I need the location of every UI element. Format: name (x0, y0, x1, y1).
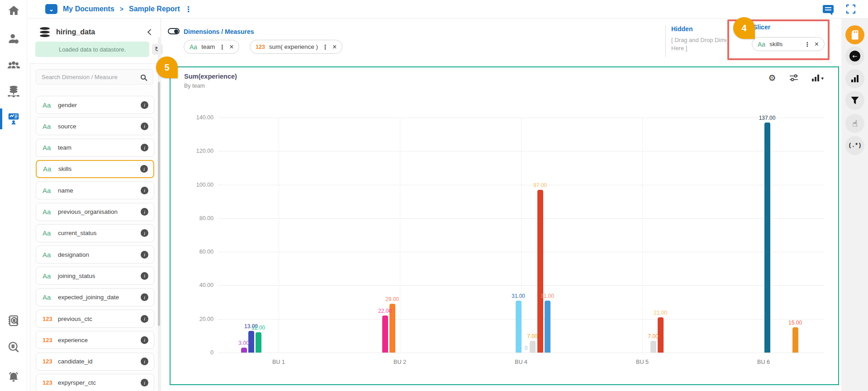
breadcrumb-menu-icon[interactable]: ⋮ (185, 5, 192, 14)
left-rail (0, 0, 27, 391)
pill-menu-icon[interactable]: ⋮ (804, 41, 811, 48)
pill-label: skills (769, 41, 783, 47)
field-item-name[interactable]: Aanamei (36, 181, 154, 199)
field-item-expected_joining_date[interactable]: Aaexpected_joining_datei (36, 288, 154, 306)
info-icon[interactable]: i (141, 122, 148, 130)
search-placeholder: Search Dimension / Measure (42, 74, 118, 80)
text-type-icon: Aa (43, 165, 56, 173)
slicer-pill-skills[interactable]: Aa skills ⋮ × (752, 37, 825, 51)
info-icon[interactable]: i (141, 336, 148, 344)
info-icon[interactable]: i (141, 358, 148, 365)
number-type-icon: 123 (43, 316, 55, 322)
pill-menu-icon[interactable]: ⋮ (322, 43, 328, 51)
pointer-icon[interactable]: ☝ (845, 114, 864, 133)
field-item-candidate_id[interactable]: 123candidate_idi (36, 353, 154, 371)
number-type-icon: 123 (43, 337, 55, 344)
breadcrumb-root[interactable]: My Documents (63, 5, 114, 13)
info-icon[interactable]: i (141, 208, 148, 216)
y-axis-tick: 40.00 (182, 282, 213, 288)
storage-card-icon[interactable] (845, 25, 864, 44)
text-type-icon: Aa (190, 43, 197, 51)
info-icon[interactable]: i (141, 187, 148, 194)
bar-BU4-7.00[interactable] (530, 341, 536, 353)
info-icon[interactable]: i (141, 379, 148, 386)
bar-BU2-22.00[interactable] (382, 316, 388, 353)
bar-BU5-7.00[interactable] (650, 341, 656, 353)
bar-BU4-31.00[interactable] (516, 301, 522, 353)
field-item-source[interactable]: Aasourcei (36, 117, 154, 135)
search-input[interactable]: Search Dimension / Measure (36, 69, 153, 85)
comment-icon[interactable] (823, 5, 834, 13)
pill-remove-icon[interactable]: × (229, 43, 233, 51)
panel-scrollbar-thumb[interactable] (158, 82, 160, 326)
field-item-previous_organisation[interactable]: Aaprevious_organisationi (36, 203, 154, 221)
active-nav-indicator (0, 108, 2, 129)
undo-icon[interactable]: ← (845, 47, 864, 66)
bar-value-label: 7.00 (527, 333, 537, 339)
field-item-experience[interactable]: 123experiencei (36, 331, 154, 349)
info-icon[interactable]: i (141, 229, 148, 237)
step-badge-4: 4 (733, 17, 755, 39)
data-catalog-icon[interactable] (0, 311, 27, 331)
report-icon[interactable] (0, 108, 27, 128)
bar-BU1-12.00[interactable] (256, 332, 261, 353)
info-icon[interactable]: i (140, 165, 148, 173)
hidden-hint-line1: [ Drag and Drop Dimension (671, 36, 726, 44)
datastore-icon[interactable] (0, 81, 27, 101)
field-item-designation[interactable]: Aadesignationi (36, 245, 154, 264)
bar-BU4-31.00[interactable] (545, 301, 550, 353)
bar-BU4-97.00[interactable] (537, 190, 543, 353)
pill-remove-icon[interactable]: × (815, 40, 819, 48)
info-icon[interactable]: i (141, 315, 148, 323)
y-axis-tick: 140.00 (182, 114, 213, 121)
field-item-skills[interactable]: Aaskillsi (36, 160, 154, 178)
field-item-gender[interactable]: Aagenderi (36, 96, 154, 114)
home-icon[interactable] (0, 0, 27, 20)
info-icon[interactable]: i (141, 272, 148, 280)
folder-down-icon[interactable]: ⌄ (45, 4, 57, 14)
info-icon[interactable]: i (141, 144, 148, 151)
info-icon[interactable]: i (141, 293, 148, 301)
bar-value-label: 12.00 (251, 325, 265, 331)
text-type-icon: Aa (43, 208, 55, 216)
field-label: expected_joining_date (58, 294, 119, 301)
field-item-previous_ctc[interactable]: 123previous_ctci (36, 310, 154, 328)
field-list-card: Search Dimension / Measure AagenderiAaso… (30, 63, 158, 391)
data-search-icon[interactable] (0, 337, 27, 357)
bar-BU6-137.00[interactable] (764, 122, 770, 353)
info-icon[interactable]: i (141, 251, 148, 259)
builder-toggle-icon[interactable] (168, 28, 180, 34)
refresh-icon[interactable]: ↻ (152, 44, 163, 55)
bar-BU6-15.00[interactable] (792, 327, 798, 353)
dimension-pill-team[interactable]: Aa team ⋮ × (184, 40, 239, 54)
bar-value-label: 29.00 (385, 296, 399, 302)
y-axis-tick: 80.00 (182, 215, 213, 221)
search-icon[interactable] (141, 75, 146, 80)
bar-BU1-3.00[interactable] (241, 348, 247, 353)
regex-icon[interactable]: (.*) (845, 136, 864, 155)
collapse-panel-icon[interactable] (147, 29, 154, 35)
field-item-joining_status[interactable]: Aajoining_statusi (36, 267, 154, 285)
pill-label: team (201, 43, 215, 50)
field-item-team[interactable]: Aateami (36, 139, 154, 157)
users-icon[interactable] (0, 56, 27, 75)
bar-chart-plot: 140.00120.00100.0080.0060.0040.0020.000B… (171, 67, 840, 386)
field-item-current_status[interactable]: Aacurrent_statusi (36, 224, 154, 242)
pill-menu-icon[interactable]: ⋮ (219, 43, 225, 51)
hidden-dropzone[interactable]: [ Drag and Drop Dimension Here ] (671, 36, 726, 52)
field-label: candidate_id (58, 358, 93, 365)
fullscreen-icon[interactable] (846, 5, 855, 14)
pill-remove-icon[interactable]: × (332, 43, 337, 51)
info-icon[interactable]: i (141, 101, 148, 109)
breadcrumb-separator: > (120, 5, 123, 13)
text-type-icon: Aa (43, 122, 55, 130)
breadcrumb-current[interactable]: Sample Report (129, 5, 180, 13)
number-type-icon: 123 (43, 379, 55, 386)
field-item-expyrsper_ctc[interactable]: 123expyrsper_ctci (36, 374, 154, 391)
filter-icon[interactable] (845, 91, 864, 110)
chart-bars-icon[interactable] (845, 69, 864, 88)
right-rail: ← ☝ (.*) (841, 19, 868, 391)
notifications-icon[interactable] (0, 367, 27, 387)
measure-pill-sum-experience[interactable]: 123 sum( experience ) ⋮ × (250, 40, 342, 54)
user-settings-icon[interactable] (0, 29, 27, 49)
